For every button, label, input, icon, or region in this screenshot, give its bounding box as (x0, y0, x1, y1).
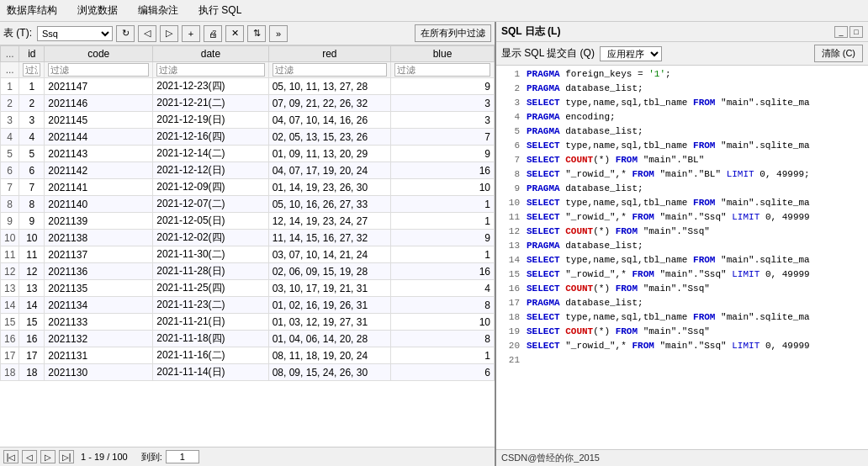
sql-line-number: 10 (500, 196, 520, 210)
table-row[interactable]: 141420211342021-11-23(二)01, 02, 16, 19, … (1, 297, 495, 314)
table-label: 表 (T): (3, 26, 32, 40)
cell-id: 17 (19, 347, 45, 364)
clear-btn[interactable]: 清除 (C) (814, 45, 863, 62)
cell-red: 04, 07, 17, 19, 20, 24 (268, 162, 390, 179)
sql-line-number: 12 (500, 225, 520, 239)
cell-blue: 16 (391, 162, 495, 179)
sql-line-content: SELECT COUNT(*) FROM "main"."Ssq" (527, 325, 865, 339)
move-btn[interactable]: ⇅ (247, 25, 266, 42)
menu-browse-data[interactable]: 浏览数据 (74, 2, 121, 19)
sql-line: 4PRAGMA encoding; (496, 110, 868, 124)
sql-log-container[interactable]: 1PRAGMA foreign_keys = '1';2PRAGMA datab… (496, 66, 868, 449)
filter-all-btn[interactable]: 在所有列中过滤 (415, 24, 491, 42)
row-num: 8 (1, 196, 19, 213)
cell-blue: 10 (391, 179, 495, 196)
table-row[interactable]: 4420211442021-12-16(四)02, 05, 13, 15, 23… (1, 129, 495, 146)
sql-line-content: SELECT type,name,sql,tbl_name FROM "main… (527, 139, 865, 153)
table-row[interactable]: 131320211352021-11-25(四)03, 10, 17, 19, … (1, 280, 495, 297)
table-row[interactable]: 151520211332021-11-21(日)01, 03, 12, 19, … (1, 314, 495, 331)
table-row[interactable]: 111120211372021-11-30(二)03, 07, 10, 14, … (1, 246, 495, 263)
refresh-btn[interactable]: ↻ (116, 25, 135, 42)
filter-blue[interactable] (394, 63, 490, 77)
cell-date: 2021-12-02(四) (153, 230, 268, 246)
more-btn[interactable]: » (269, 25, 288, 42)
sql-line-number: 1 (500, 67, 520, 82)
sql-line-content: PRAGMA database_list; (527, 182, 865, 196)
app-selector[interactable]: 应用程序 (600, 46, 662, 61)
cell-id: 6 (19, 162, 45, 179)
row-num: 16 (1, 331, 19, 347)
sql-line-number: 13 (500, 239, 520, 253)
table-row[interactable]: 161620211322021-11-18(四)01, 04, 06, 14, … (1, 331, 495, 347)
next-page-btn[interactable]: ▷| (59, 450, 74, 463)
sql-line: 16SELECT COUNT(*) FROM "main"."Ssq" (496, 282, 868, 296)
prev-btn[interactable]: ◁ (138, 25, 156, 42)
row-num: 6 (1, 162, 19, 179)
prev-page-btn[interactable]: ◁ (22, 450, 37, 463)
cell-blue: 7 (391, 129, 495, 146)
col-id-header[interactable]: id (19, 46, 45, 62)
next-btn[interactable]: ▷ (160, 25, 178, 42)
menu-edit-pragma[interactable]: 编辑杂注 (135, 2, 182, 19)
table-row[interactable]: 9920211392021-12-05(日)12, 14, 19, 23, 24… (1, 213, 495, 230)
col-red-header[interactable]: red (268, 46, 390, 62)
sql-line: 21 (496, 353, 868, 368)
table-row[interactable]: 181820211302021-11-14(日)08, 09, 15, 24, … (1, 364, 495, 381)
filter-red[interactable] (273, 63, 387, 77)
row-num: 17 (1, 347, 19, 364)
table-row[interactable]: 8820211402021-12-07(二)05, 10, 16, 26, 27… (1, 196, 495, 213)
table-row[interactable]: 3320211452021-12-19(日)04, 07, 10, 14, 16… (1, 112, 495, 129)
cell-date: 2021-11-21(日) (153, 314, 268, 331)
print-btn[interactable]: 🖨 (204, 25, 222, 42)
sql-line-number: 14 (500, 253, 520, 267)
sql-line: 18SELECT type,name,sql,tbl_name FROM "ma… (496, 310, 868, 325)
cell-blue: 1 (391, 246, 495, 263)
cell-red: 05, 10, 11, 13, 27, 28 (268, 78, 390, 95)
filter-code[interactable] (48, 63, 149, 77)
filter-date-cell (153, 62, 268, 78)
table-row[interactable]: 5520211432021-12-14(二)01, 09, 11, 13, 20… (1, 146, 495, 162)
cell-id: 2 (19, 95, 45, 112)
col-code-header[interactable]: code (45, 46, 153, 62)
sql-line-number: 6 (500, 139, 520, 153)
cell-id: 14 (19, 297, 45, 314)
filter-id[interactable] (23, 63, 40, 77)
menu-execute-sql[interactable]: 执行 SQL (195, 2, 245, 19)
insert-btn[interactable]: + (182, 25, 200, 42)
play-btn[interactable]: ▷ (40, 450, 56, 463)
menu-db-structure[interactable]: 数据库结构 (3, 2, 61, 19)
table-row[interactable]: 1120211472021-12-23(四)05, 10, 11, 13, 27… (1, 78, 495, 95)
table-selector[interactable]: Ssq (37, 26, 113, 41)
sql-line: 9PRAGMA database_list; (496, 182, 868, 196)
col-blue-header[interactable]: blue (391, 46, 495, 62)
cell-code: 2021131 (45, 347, 153, 364)
goto-input[interactable] (166, 450, 199, 463)
cell-red: 03, 07, 10, 14, 21, 24 (268, 246, 390, 263)
filter-date[interactable] (156, 63, 264, 77)
cell-blue: 8 (391, 331, 495, 347)
cell-date: 2021-12-05(日) (153, 213, 268, 230)
cell-id: 16 (19, 331, 45, 347)
table-row[interactable]: 121220211362021-11-28(日)02, 06, 09, 15, … (1, 263, 495, 280)
table-row[interactable]: 2220211462021-12-21(二)07, 09, 21, 22, 26… (1, 95, 495, 112)
delete-btn[interactable]: ✕ (225, 25, 244, 42)
cell-id: 13 (19, 280, 45, 297)
cell-code: 2021144 (45, 129, 153, 146)
cell-blue: 3 (391, 112, 495, 129)
sql-line-number: 4 (500, 110, 520, 124)
right-title: SQL 日志 (L) (501, 24, 560, 39)
table-row[interactable]: 171720211312021-11-16(二)08, 11, 18, 19, … (1, 347, 495, 364)
first-page-btn[interactable]: |◁ (3, 450, 19, 463)
watermark-label: CSDN@曾经的你_2015 (501, 452, 600, 464)
right-panel: SQL 日志 (L) _ □ 显示 SQL 提交自 (Q) 应用程序 清除 (C… (496, 22, 868, 466)
table-row[interactable]: 6620211422021-12-12(日)04, 07, 17, 19, 20… (1, 162, 495, 179)
row-num: 5 (1, 146, 19, 162)
table-row[interactable]: 7720211412021-12-09(四)01, 14, 19, 23, 26… (1, 179, 495, 196)
table-row[interactable]: 101020211382021-12-02(四)11, 14, 15, 16, … (1, 230, 495, 246)
cell-blue: 1 (391, 213, 495, 230)
cell-code: 2021139 (45, 213, 153, 230)
col-date-header[interactable]: date (153, 46, 268, 62)
minimize-btn[interactable]: _ (834, 26, 848, 38)
sql-line: 15SELECT "_rowid_",* FROM "main"."Ssq" L… (496, 267, 868, 282)
restore-btn[interactable]: □ (849, 26, 863, 38)
